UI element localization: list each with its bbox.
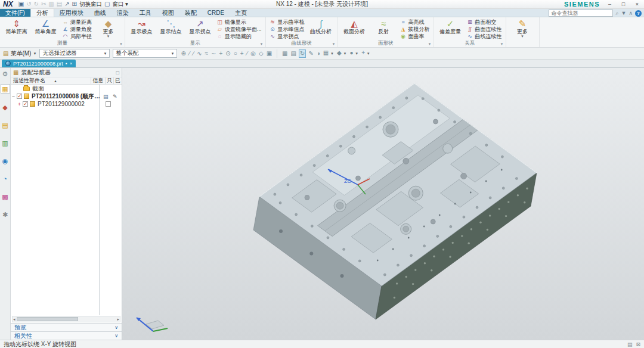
close-button[interactable]: × bbox=[633, 1, 641, 7]
simple-distance-button[interactable]: ⇕简单距离 bbox=[2, 18, 31, 35]
switch-window-button[interactable]: ⊞ bbox=[72, 1, 77, 8]
expander-icon[interactable]: + bbox=[17, 101, 22, 107]
simple-angle-button[interactable]: ∠简单角度 bbox=[31, 18, 60, 35]
show-inflections-button[interactable]: ∿显示拐点 bbox=[268, 33, 306, 40]
scroll-left-icon[interactable]: ◂ bbox=[13, 316, 16, 322]
status-clip-icon[interactable]: ⊠ bbox=[636, 341, 640, 347]
ribbon-more-button[interactable]: ✎更多▼ bbox=[508, 18, 537, 38]
status-grid-icon[interactable]: ▤ bbox=[627, 341, 633, 347]
view-orient-icon[interactable]: ▦ ▼ bbox=[323, 49, 335, 58]
snap-curve-icon[interactable]: ∼ bbox=[210, 49, 216, 58]
view-style-icon[interactable]: ◆ ▼ bbox=[336, 49, 347, 58]
assembly-navigator-icon[interactable]: ▦ bbox=[1, 84, 10, 94]
redo-icon[interactable]: ↻ bbox=[34, 1, 39, 8]
snap-endpoint-icon[interactable]: ∕ bbox=[188, 49, 191, 58]
save-icon[interactable]: ▣ bbox=[18, 1, 24, 8]
measure-distance-button[interactable]: ↔测量距离 bbox=[60, 18, 94, 26]
sort-ascending-icon[interactable]: ▲ bbox=[54, 79, 57, 83]
snap-quadrant-icon[interactable]: ◎ bbox=[250, 49, 256, 58]
paste-icon[interactable]: ▤ bbox=[57, 1, 62, 8]
tab-分析[interactable]: 分析 bbox=[30, 9, 54, 17]
tab-曲线[interactable]: 曲线 bbox=[89, 9, 112, 17]
tab-应用模块[interactable]: 应用模块 bbox=[54, 9, 89, 17]
share-icon[interactable]: ↗ bbox=[64, 1, 69, 8]
dependencies-section[interactable]: 相关性∨ bbox=[11, 331, 122, 340]
view-render-icon[interactable]: ● ▼ bbox=[349, 49, 359, 58]
tree-row[interactable]: −PT201121000008 (顺序: 时...▤✎ bbox=[11, 92, 122, 100]
view-shaded-icon[interactable]: ◑ bbox=[316, 49, 321, 58]
tree-row[interactable]: +PT201129000002 bbox=[11, 100, 122, 108]
tab-渲染[interactable]: 渲染 bbox=[112, 9, 134, 17]
readonly-checkbox[interactable] bbox=[106, 101, 111, 107]
minimize-button[interactable]: – bbox=[606, 1, 614, 7]
snap-pole-icon[interactable]: ∿ bbox=[196, 49, 202, 58]
tree-row-label[interactable]: PT201121000008 (顺序: 时... bbox=[30, 92, 101, 101]
tab-主页[interactable]: 主页 bbox=[230, 9, 252, 17]
snap-tangent-icon[interactable]: ∕ bbox=[246, 49, 249, 58]
horizontal-scrollbar[interactable]: ◂ ▸ bbox=[12, 316, 120, 322]
view-rotate-icon[interactable]: ↻ bbox=[299, 49, 306, 58]
tree-column-header[interactable]: 描述性部件名 ▲ 信息 只 已 bbox=[11, 77, 122, 85]
cut-icon[interactable]: ✂ bbox=[41, 1, 46, 8]
scroll-right-icon[interactable]: ▸ bbox=[117, 316, 119, 322]
snap-spline-icon[interactable]: ≈ bbox=[205, 49, 209, 58]
visualization-icon[interactable]: ▩ bbox=[1, 192, 10, 201]
view-pan-icon[interactable]: ✎ bbox=[308, 49, 314, 58]
snap-intersection-icon[interactable]: + bbox=[218, 49, 223, 58]
snap-point-icon[interactable]: + bbox=[240, 49, 244, 58]
view-window-icon[interactable]: ▤ bbox=[290, 49, 297, 58]
show-inflection-button[interactable]: ↗显示拐点 bbox=[185, 18, 215, 35]
surface-intersection-button[interactable]: ⊠曲面相交 bbox=[465, 18, 504, 26]
dialog-launcher-icon[interactable]: ▼ bbox=[332, 42, 336, 46]
constraint-navigator-icon[interactable]: ◆ bbox=[1, 103, 10, 111]
copy-icon[interactable]: ▥ bbox=[48, 1, 54, 8]
tab-工具[interactable]: 工具 bbox=[134, 9, 157, 17]
dialog-launcher-icon[interactable]: ▼ bbox=[260, 42, 264, 46]
preview-section[interactable]: 预览∨ bbox=[11, 323, 122, 331]
command-finder-input[interactable] bbox=[549, 10, 613, 17]
measure-more-button[interactable]: ◆更多▼ bbox=[94, 18, 123, 38]
tree-row[interactable]: 截面 bbox=[11, 85, 122, 92]
component-checkbox[interactable] bbox=[23, 101, 28, 107]
search-icon[interactable]: ⌕ bbox=[615, 10, 618, 17]
snap-face-icon[interactable]: ◇ bbox=[258, 49, 264, 58]
cad-model-view[interactable]: ZC bbox=[122, 68, 643, 340]
show-knots-button[interactable]: ⋱显示结点 bbox=[156, 18, 185, 35]
filter-icon[interactable]: ▼ bbox=[621, 10, 626, 17]
show-hidden-button[interactable]: ◌显示隐藏的 bbox=[215, 33, 264, 40]
panel-float-icon[interactable]: □ bbox=[116, 70, 119, 76]
tab-装配[interactable]: 装配 bbox=[179, 9, 202, 17]
tab-视图[interactable]: 视图 bbox=[157, 9, 179, 17]
menu-button[interactable]: ▤ 菜单(M)▼ bbox=[3, 49, 36, 58]
tree-row-label[interactable]: 截面 bbox=[31, 85, 44, 93]
snap-arc-center-icon[interactable]: ⊙ bbox=[225, 49, 231, 58]
history-icon[interactable]: ◔ bbox=[1, 175, 10, 183]
tab-CRDE[interactable]: CRDE bbox=[202, 9, 230, 17]
scrollbar-thumb[interactable] bbox=[17, 317, 79, 321]
tab-文件(F)[interactable]: 文件(F) bbox=[0, 9, 30, 17]
column-name-label[interactable]: 描述性部件名 bbox=[13, 77, 45, 85]
dialog-launcher-icon[interactable]: ▼ bbox=[428, 42, 432, 46]
selection-filter-dropdown[interactable]: 无选择过滤器▼ bbox=[39, 49, 110, 58]
undo-icon[interactable]: ↺ bbox=[26, 1, 31, 8]
mirror-display-button[interactable]: ◫镜像显示 bbox=[215, 18, 264, 26]
window-menu-button[interactable]: ▢ bbox=[104, 1, 110, 8]
show-curvature-comb-button[interactable]: ≋显示曲率梳 bbox=[268, 18, 306, 26]
snap-grid-icon[interactable]: ▣ bbox=[266, 49, 273, 58]
close-tab-icon[interactable]: × bbox=[70, 61, 73, 66]
column-modified-label[interactable]: 已 bbox=[113, 77, 122, 84]
view-fit-icon[interactable]: ▦ bbox=[281, 49, 288, 58]
dialog-launcher-icon[interactable]: ▼ bbox=[119, 42, 123, 46]
measure-angle-button[interactable]: ∡测量角度 bbox=[60, 26, 94, 33]
column-readonly-label[interactable]: 只 bbox=[105, 77, 113, 84]
section-analysis-button[interactable]: ◭截面分析 bbox=[340, 18, 369, 35]
deviation-gauge-button[interactable]: ✓偏差度量 bbox=[436, 18, 465, 35]
draft-analysis-button[interactable]: ◮拔模分析 bbox=[398, 26, 432, 33]
snap-enable-icon[interactable]: ⊕ bbox=[180, 49, 186, 58]
roles-gear-icon[interactable]: ⚙ bbox=[1, 70, 10, 78]
snap-circle-icon[interactable]: ○ bbox=[233, 49, 238, 58]
dialog-launcher-icon[interactable]: ▼ bbox=[500, 42, 504, 46]
column-info-label[interactable]: 信息 bbox=[91, 77, 105, 84]
switch-window-button-label[interactable]: 切换窗口 bbox=[79, 1, 102, 8]
reuse-library-icon[interactable]: ▥ bbox=[1, 139, 10, 147]
